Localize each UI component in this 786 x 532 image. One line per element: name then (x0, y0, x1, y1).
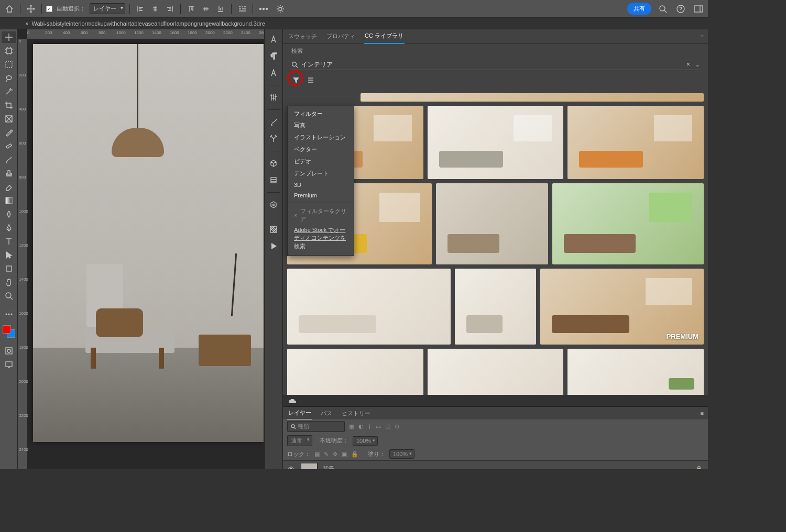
panel-tab[interactable]: パス (320, 407, 333, 419)
marquee-tool[interactable] (2, 59, 16, 70)
stock-thumb[interactable] (552, 183, 704, 264)
align-bottom-icon[interactable] (214, 3, 227, 15)
lock-all-icon[interactable]: 🔒 (351, 451, 358, 458)
play-panel-icon[interactable] (266, 239, 281, 253)
wand-tool[interactable] (2, 86, 16, 97)
gear-icon[interactable] (274, 3, 287, 15)
panel-flyout-icon[interactable]: ≡ (701, 34, 704, 40)
brush-tool[interactable] (2, 154, 16, 165)
foreground-swatch[interactable] (3, 325, 11, 334)
filter-smart-icon[interactable]: ◫ (385, 423, 390, 430)
stock-thumb[interactable] (455, 269, 537, 345)
fill-value[interactable]: 100% (389, 449, 414, 459)
tools-panel-icon[interactable] (266, 132, 281, 146)
gradient-tool[interactable] (2, 195, 16, 206)
layer-filter-search[interactable]: 種類 (287, 421, 345, 432)
stock-thumb[interactable]: PREMIUM (540, 269, 704, 345)
stock-thumb[interactable] (567, 349, 704, 395)
document-tab[interactable]: × Wabi-sabistyleinteriormockupwithchairt… (21, 19, 269, 28)
filter-clear-item[interactable]: × フィルターをクリア (288, 205, 354, 225)
filter-button[interactable] (291, 75, 301, 85)
crop-tool[interactable] (2, 99, 16, 111)
align-top-icon[interactable] (185, 3, 198, 15)
panel-tab[interactable]: スウォッチ (287, 29, 318, 43)
panel-tab[interactable]: ヒストリー (341, 407, 372, 419)
filter-menu-item[interactable]: テンプレート (288, 168, 354, 180)
search-icon[interactable] (657, 3, 669, 15)
opacity-value[interactable]: 100% (353, 436, 378, 446)
filter-shape-icon[interactable]: ▭ (376, 423, 381, 430)
lock-brush-icon[interactable]: ✎ (324, 451, 329, 458)
layer-thumbnail[interactable] (301, 463, 318, 469)
lock-artboard-icon[interactable]: ▣ (342, 451, 347, 458)
lock-pixels-icon[interactable]: ▦ (314, 451, 320, 458)
panel-tab[interactable]: CC ライブラリ (364, 29, 405, 44)
panel-tab[interactable]: プロパティ (325, 29, 356, 43)
lasso-tool[interactable] (2, 72, 16, 84)
filter-menu-item[interactable]: 写真 (288, 119, 354, 131)
stock-thumb[interactable] (428, 106, 564, 179)
layers-panel-icon[interactable] (266, 173, 281, 187)
panel-flyout-icon[interactable]: ≡ (701, 410, 704, 416)
artboard-tool[interactable] (2, 45, 16, 57)
eyedropper-tool[interactable] (2, 127, 16, 138)
align-right-icon[interactable] (163, 3, 176, 15)
visibility-icon[interactable]: 👁 (288, 465, 296, 469)
layer-type-dropdown[interactable]: レイヤー (90, 3, 125, 14)
canvas-viewport[interactable] (27, 39, 264, 469)
layer-name[interactable]: 背景 (323, 465, 334, 470)
help-icon[interactable] (674, 3, 687, 15)
eraser-tool[interactable] (2, 181, 16, 193)
auto-select-checkbox[interactable]: ✓ (46, 6, 52, 12)
filter-adjust-icon[interactable]: ◐ (358, 423, 364, 430)
glyph-panel-icon[interactable] (266, 66, 281, 80)
list-view-button[interactable] (306, 75, 315, 85)
chevron-down-icon[interactable]: ⌄ (695, 62, 700, 68)
paragraph-panel-icon[interactable] (266, 49, 281, 63)
stock-thumb[interactable] (287, 269, 451, 345)
filter-menu-item[interactable]: イラストレーション (288, 131, 354, 143)
filter-menu-item[interactable]: 3D (288, 180, 354, 190)
3d-panel-icon[interactable] (266, 157, 281, 170)
close-icon[interactable]: × (25, 20, 28, 27)
pattern-panel-icon[interactable] (266, 223, 281, 236)
move-tool[interactable] (2, 31, 16, 43)
blend-mode-dropdown[interactable]: 通常 (287, 435, 312, 446)
share-button[interactable]: 共有 (627, 3, 651, 15)
cloud-icon[interactable] (288, 398, 297, 404)
adjust-panel-icon[interactable] (266, 91, 281, 104)
home-icon[interactable] (3, 3, 16, 15)
pen-tool[interactable] (2, 222, 16, 234)
frame-tool[interactable] (2, 113, 16, 125)
color-swatch-selector[interactable] (3, 325, 15, 338)
quickmask-tool[interactable] (2, 345, 16, 357)
more-align-icon[interactable] (236, 3, 248, 15)
hand-tool[interactable] (2, 276, 16, 288)
align-middle-icon[interactable] (200, 3, 212, 15)
layer-row[interactable]: 👁 背景 🔒 (283, 460, 708, 469)
filter-image-icon[interactable]: ▦ (349, 423, 354, 430)
stamp-tool[interactable] (2, 168, 16, 179)
filter-menu-item[interactable]: Premium (288, 190, 354, 201)
stock-thumb[interactable] (287, 349, 423, 395)
stock-thumb[interactable] (428, 349, 564, 395)
align-left-icon[interactable] (134, 3, 147, 15)
screenmode-tool[interactable] (2, 359, 16, 370)
filter-menu-item[interactable]: ビデオ (288, 156, 354, 168)
panel-tab[interactable]: レイヤー (287, 407, 312, 420)
lock-move-icon[interactable]: ✥ (333, 451, 337, 458)
move-tool-icon[interactable] (25, 3, 37, 15)
workspace-icon[interactable] (692, 3, 705, 15)
path-select-tool[interactable] (2, 249, 16, 261)
more-tools-icon[interactable] (2, 308, 16, 320)
brushes-panel-icon[interactable] (266, 115, 281, 129)
character-panel-icon[interactable] (266, 32, 281, 46)
zoom-tool[interactable] (2, 290, 16, 302)
heal-tool[interactable] (2, 140, 16, 152)
filter-audio-link[interactable]: Adobe Stock でオーディオコンテンツを検索 (288, 225, 354, 253)
more-options-icon[interactable] (257, 3, 270, 15)
lock-icon[interactable]: 🔒 (695, 465, 703, 470)
filter-toggle-icon[interactable]: ⊙ (395, 423, 399, 430)
blur-tool[interactable] (2, 208, 16, 220)
shape-tool[interactable] (2, 263, 16, 274)
